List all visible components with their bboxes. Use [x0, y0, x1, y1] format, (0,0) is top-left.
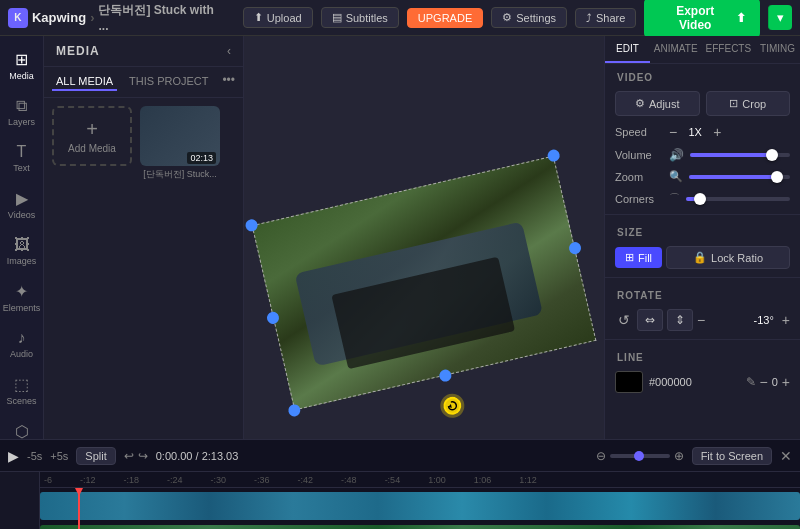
volume-row: Volume 🔊: [605, 144, 800, 166]
plus-icon: +: [86, 118, 98, 141]
zoom-controls: ⊖ ⊕: [596, 449, 684, 463]
sidebar-item-layers[interactable]: ⧉ Layers: [2, 91, 42, 133]
split-button[interactable]: Split: [76, 447, 115, 465]
media-thumbnail-1[interactable]: 02:13 [단독버전] Stuck...: [140, 106, 220, 181]
kapwing-logo: K: [8, 8, 28, 28]
breadcrumb: 단독버전] Stuck with ...: [98, 2, 226, 33]
opacity-plus-button[interactable]: +: [782, 374, 790, 390]
size-section-label: SIZE: [605, 219, 800, 242]
zoom-out-icon[interactable]: ⊖: [596, 449, 606, 463]
volume-label: Volume: [615, 149, 663, 161]
rotate-section-label: ROTATE: [605, 282, 800, 305]
time-ruler: -6 -:12 -:18 -:24 -:30 -:36 -:42 -:48 -:…: [40, 472, 800, 488]
video-section-label: VIDEO: [605, 64, 800, 87]
lock-icon: 🔒: [693, 251, 707, 264]
play-button[interactable]: ▶: [8, 448, 19, 464]
fill-button[interactable]: ⊞ Fill: [615, 247, 662, 268]
add-media-button[interactable]: + Add Media: [52, 106, 132, 166]
redo-button[interactable]: ↪: [138, 449, 148, 463]
video-canvas[interactable]: [252, 155, 597, 410]
video-track[interactable]: [40, 492, 800, 520]
collapse-icon[interactable]: ‹: [227, 44, 231, 58]
sidebar-item-elements[interactable]: ✦ Elements: [2, 276, 42, 319]
share-icon: ⤴: [586, 12, 592, 24]
sidebar-item-scenes[interactable]: ⬚ Scenes: [2, 369, 42, 412]
rotate-ccw-button[interactable]: ↺: [615, 309, 633, 331]
tab-timing[interactable]: TIMING: [755, 36, 800, 63]
playhead[interactable]: [78, 488, 80, 529]
handle-right-middle[interactable]: [568, 240, 582, 254]
timeline-time: 0:00.00 / 2:13.03: [156, 450, 239, 462]
subtitles-button[interactable]: ▤ Subtitles: [321, 7, 399, 28]
app-name: Kapwing: [32, 10, 86, 25]
corners-icon: ⌒: [669, 191, 680, 206]
rotate-handle[interactable]: [442, 394, 464, 416]
share-button[interactable]: ⤴ Share: [575, 8, 636, 28]
timeline-track-area: -6 -:12 -:18 -:24 -:30 -:36 -:42 -:48 -:…: [0, 472, 800, 529]
adjust-button[interactable]: ⚙ Adjust: [615, 91, 700, 116]
flip-h-button[interactable]: ⇔: [637, 309, 663, 331]
rotate-value: -13°: [709, 314, 774, 326]
speed-plus-button[interactable]: +: [713, 124, 721, 140]
media-grid: + Add Media 02:13 [단독버전] Stuck...: [44, 98, 243, 189]
text-icon: T: [17, 143, 27, 161]
close-timeline-button[interactable]: ✕: [780, 448, 792, 464]
opacity-minus-button[interactable]: −: [760, 374, 768, 390]
upload-button[interactable]: ⬆ Upload: [243, 7, 313, 28]
speed-value: 1X: [683, 126, 707, 138]
tab-all-media[interactable]: ALL MEDIA: [52, 73, 117, 91]
tab-this-project[interactable]: THIS PROJECT: [125, 73, 212, 91]
export-dropdown-button[interactable]: ▾: [768, 5, 792, 30]
skip-forward-button[interactable]: +5s: [50, 450, 68, 462]
export-video-button[interactable]: Export Video ⬆: [644, 0, 760, 37]
audio-track[interactable]: [40, 525, 800, 529]
settings-button[interactable]: ⚙ Settings: [491, 7, 567, 28]
sidebar-item-text[interactable]: T Text: [2, 137, 42, 179]
zoom-in-icon[interactable]: ⊕: [674, 449, 684, 463]
upgrade-button[interactable]: UPGRADE: [407, 8, 483, 28]
rotate-minus-button[interactable]: −: [697, 312, 705, 328]
track-clips: [40, 488, 800, 529]
color-actions: ✎ − 0 +: [746, 374, 791, 390]
media-more-button[interactable]: •••: [222, 73, 235, 91]
skip-back-button[interactable]: -5s: [27, 450, 42, 462]
export-icon: ⬆: [736, 11, 746, 25]
eyedropper-button[interactable]: ✎: [746, 375, 756, 389]
rotate-plus-button[interactable]: +: [782, 312, 790, 328]
speed-minus-button[interactable]: −: [669, 124, 677, 140]
track-labels: [0, 472, 40, 529]
sidebar-item-videos[interactable]: ▶ Videos: [2, 183, 42, 226]
timeline-controls: ▶ -5s +5s Split ↩ ↪ 0:00.00 / 2:13.03 ⊖ …: [0, 440, 800, 472]
color-swatch[interactable]: [615, 371, 643, 393]
timeline-tracks[interactable]: -6 -:12 -:18 -:24 -:30 -:36 -:42 -:48 -:…: [40, 472, 800, 529]
videos-icon: ▶: [16, 189, 28, 208]
fit-to-screen-button[interactable]: Fit to Screen: [692, 447, 772, 465]
tab-edit[interactable]: EDIT: [605, 36, 650, 63]
tab-animate[interactable]: ANIMATE: [650, 36, 702, 63]
video-frame: [252, 155, 597, 410]
speed-label: Speed: [615, 126, 663, 138]
flip-v-button[interactable]: ⇕: [667, 309, 693, 331]
rotate-icon: [446, 399, 458, 411]
volume-slider[interactable]: [690, 153, 790, 157]
zoom-slider[interactable]: [689, 175, 790, 179]
gear-icon: ⚙: [502, 11, 512, 24]
timeline-zoom-slider[interactable]: [610, 454, 670, 458]
line-section-label: LINE: [605, 344, 800, 367]
subtitles-icon: ▤: [332, 11, 342, 24]
corners-slider[interactable]: [686, 197, 790, 201]
zoom-label: Zoom: [615, 171, 663, 183]
sidebar-item-audio[interactable]: ♪ Audio: [2, 323, 42, 365]
lock-ratio-button[interactable]: 🔒 Lock Ratio: [666, 246, 790, 269]
undo-button[interactable]: ↩: [124, 449, 134, 463]
undo-redo: ↩ ↪: [124, 449, 148, 463]
speed-row: Speed − 1X +: [605, 120, 800, 144]
crop-button[interactable]: ⊡ Crop: [706, 91, 791, 116]
tab-effects[interactable]: EFFECTS: [702, 36, 756, 63]
sidebar-item-media[interactable]: ⊞ Media: [2, 44, 42, 87]
adjust-icon: ⚙: [635, 97, 645, 110]
media-thumb-label-1: [단독버전] Stuck...: [140, 168, 220, 181]
sidebar-item-images[interactable]: 🖼 Images: [2, 230, 42, 272]
handle-top-right[interactable]: [546, 148, 560, 162]
chevron-down-icon: ▾: [777, 10, 784, 25]
